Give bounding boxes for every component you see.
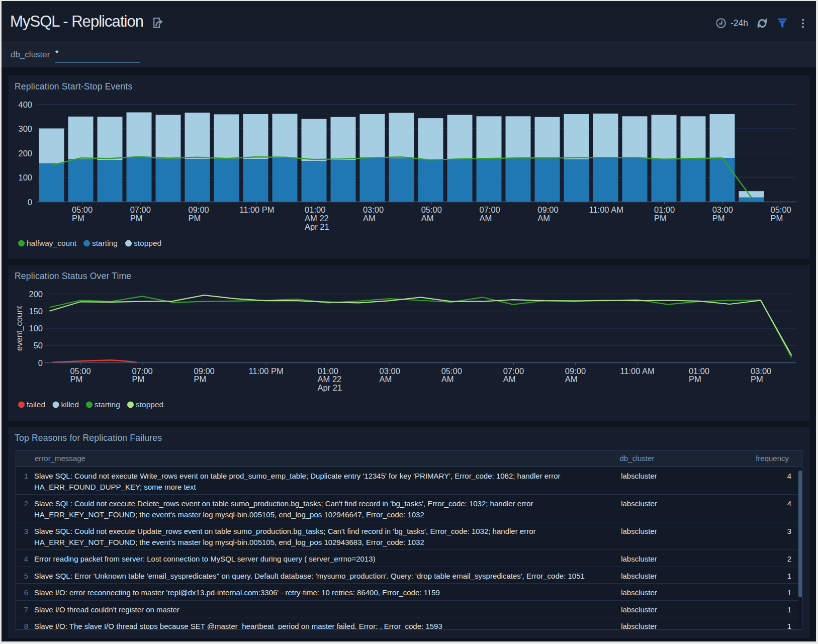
svg-text:150: 150 — [29, 307, 43, 316]
svg-text:05:00: 05:00 — [441, 366, 462, 376]
svg-text:PM: PM — [751, 375, 763, 384]
svg-text:03:00: 03:00 — [380, 366, 400, 376]
svg-text:stopped: stopped — [134, 239, 161, 247]
svg-text:11:00 AM: 11:00 AM — [620, 366, 655, 376]
svg-text:PM: PM — [130, 214, 143, 223]
svg-text:AM 22: AM 22 — [305, 214, 329, 223]
svg-text:09:00: 09:00 — [189, 205, 209, 214]
svg-text:07:00: 07:00 — [132, 366, 153, 376]
svg-text:halfway_count: halfway_count — [27, 239, 77, 247]
svg-text:failed: failed — [27, 400, 45, 409]
svg-text:01:00: 01:00 — [305, 205, 325, 214]
svg-text:05:00: 05:00 — [72, 205, 93, 214]
svg-text:AM: AM — [565, 375, 578, 384]
svg-text:05:00: 05:00 — [421, 205, 442, 214]
svg-text:AM: AM — [503, 375, 516, 384]
svg-text:05:00: 05:00 — [70, 366, 90, 376]
svg-text:PM: PM — [771, 214, 783, 223]
svg-text:AM: AM — [441, 375, 454, 384]
svg-text:09:00: 09:00 — [194, 366, 215, 376]
svg-text:PM: PM — [689, 375, 701, 384]
svg-text:05:00: 05:00 — [771, 205, 791, 214]
svg-text:09:00: 09:00 — [565, 366, 586, 376]
svg-text:AM: AM — [421, 214, 434, 223]
svg-text:starting: starting — [95, 400, 120, 409]
svg-text:01:00: 01:00 — [318, 366, 338, 376]
svg-text:07:00: 07:00 — [480, 205, 500, 214]
svg-text:AM: AM — [363, 214, 376, 223]
svg-text:PM: PM — [189, 214, 201, 223]
svg-text:event_count: event_count — [15, 306, 24, 351]
svg-text:01:00: 01:00 — [654, 205, 675, 214]
svg-text:07:00: 07:00 — [130, 205, 151, 214]
svg-text:PM: PM — [72, 214, 84, 223]
svg-text:0: 0 — [28, 198, 32, 207]
svg-text:AM: AM — [480, 214, 492, 223]
svg-text:07:00: 07:00 — [503, 366, 524, 376]
svg-text:11:00 AM: 11:00 AM — [589, 205, 623, 214]
svg-text:PM: PM — [654, 214, 667, 223]
svg-text:PM: PM — [70, 375, 82, 384]
svg-text:50: 50 — [34, 341, 43, 350]
svg-text:0: 0 — [38, 358, 43, 367]
svg-text:PM: PM — [712, 214, 725, 223]
svg-text:03:00: 03:00 — [751, 366, 771, 376]
svg-text:01:00: 01:00 — [689, 366, 709, 376]
svg-text:Apr 21: Apr 21 — [305, 222, 329, 231]
svg-text:AM: AM — [380, 375, 392, 384]
svg-text:09:00: 09:00 — [537, 205, 558, 214]
svg-text:03:00: 03:00 — [712, 205, 733, 214]
svg-text:300: 300 — [18, 124, 32, 133]
svg-text:11:00 PM: 11:00 PM — [248, 366, 283, 376]
svg-text:AM: AM — [537, 214, 550, 223]
svg-text:100: 100 — [18, 173, 32, 182]
svg-text:PM: PM — [132, 375, 145, 384]
svg-text:200: 200 — [18, 149, 32, 158]
svg-text:stopped: stopped — [136, 400, 163, 409]
svg-text:AM 22: AM 22 — [318, 375, 342, 384]
svg-text:starting: starting — [92, 239, 118, 247]
svg-text:Apr 21: Apr 21 — [318, 383, 342, 392]
svg-text:03:00: 03:00 — [363, 205, 384, 214]
svg-text:PM: PM — [194, 375, 207, 384]
svg-text:100: 100 — [29, 324, 43, 333]
svg-text:killed: killed — [61, 400, 79, 409]
svg-text:200: 200 — [29, 290, 43, 299]
svg-text:400: 400 — [18, 100, 32, 109]
svg-text:-24h: -24h — [731, 18, 748, 28]
svg-text:11:00 PM: 11:00 PM — [239, 205, 274, 214]
